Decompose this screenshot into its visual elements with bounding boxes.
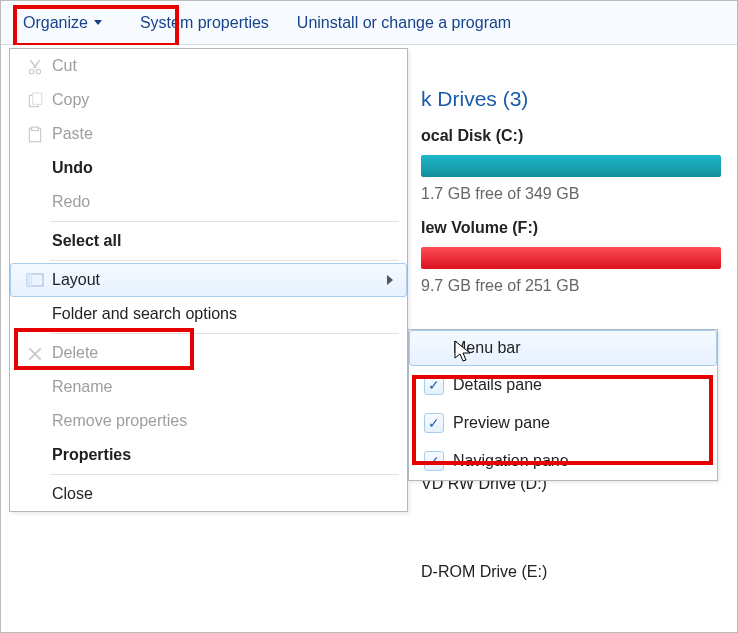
check-icon: ✓ [424, 451, 444, 471]
cut-icon [26, 58, 44, 74]
submenu-item-preview-pane[interactable]: ✓ Preview pane [409, 404, 717, 442]
menu-item-paste-label: Paste [52, 125, 397, 143]
menu-item-close-label: Close [52, 485, 397, 503]
drive-f[interactable]: lew Volume (F:) 9.7 GB free of 251 GB [421, 219, 737, 295]
menu-item-delete-label: Delete [52, 344, 397, 362]
menu-item-undo-label: Undo [52, 159, 397, 177]
drive-e[interactable]: D-ROM Drive (E:) [421, 563, 737, 581]
svg-point-1 [36, 69, 41, 74]
menu-item-paste[interactable]: Paste [10, 117, 407, 151]
delete-icon [26, 345, 44, 361]
menu-item-redo[interactable]: Redo [10, 185, 407, 219]
submenu-details-pane-label: Details pane [449, 376, 707, 394]
submenu-arrow-icon [387, 275, 393, 285]
menu-item-delete[interactable]: Delete [10, 336, 407, 370]
copy-icon [26, 92, 44, 108]
menu-item-folder-options[interactable]: Folder and search options [10, 297, 407, 331]
hard-disk-drives-header: k Drives (3) [421, 87, 737, 111]
paste-icon [26, 126, 44, 142]
organize-button-label: Organize [23, 14, 88, 32]
svg-rect-5 [32, 127, 39, 130]
layout-icon [26, 272, 44, 288]
uninstall-program-button[interactable]: Uninstall or change a program [283, 10, 525, 36]
menu-item-cut[interactable]: Cut [10, 49, 407, 83]
menu-separator [50, 333, 399, 334]
menu-item-folder-options-label: Folder and search options [52, 305, 397, 323]
submenu-item-details-pane[interactable]: ✓ Details pane [409, 366, 717, 404]
menu-separator [50, 260, 399, 261]
toolbar: Organize System properties Uninstall or … [1, 1, 737, 45]
menu-item-layout[interactable]: Layout [10, 263, 407, 297]
menu-separator [50, 474, 399, 475]
drive-c-free-text: 1.7 GB free of 349 GB [421, 185, 737, 203]
menu-item-remove-properties[interactable]: Remove properties [10, 404, 407, 438]
menu-item-rename-label: Rename [52, 378, 397, 396]
drive-c[interactable]: ocal Disk (C:) 1.7 GB free of 349 GB [421, 127, 737, 203]
drive-c-usage-bar [421, 155, 721, 177]
drive-f-free-text: 9.7 GB free of 251 GB [421, 277, 737, 295]
svg-point-0 [29, 69, 34, 74]
organize-menu: Cut Copy Paste Undo Redo Select all Layo… [9, 48, 408, 512]
menu-item-cut-label: Cut [52, 57, 397, 75]
drive-f-title: lew Volume (F:) [421, 219, 737, 237]
menu-item-undo[interactable]: Undo [10, 151, 407, 185]
menu-item-rename[interactable]: Rename [10, 370, 407, 404]
svg-rect-3 [33, 93, 42, 104]
organize-button[interactable]: Organize [9, 10, 116, 36]
layout-submenu: Menu bar ✓ Details pane ✓ Preview pane ✓… [408, 329, 718, 481]
menu-separator [50, 221, 399, 222]
menu-item-select-all[interactable]: Select all [10, 224, 407, 258]
menu-item-properties-label: Properties [52, 446, 397, 464]
submenu-navigation-pane-label: Navigation pane [449, 452, 707, 470]
menu-item-layout-label: Layout [52, 271, 387, 289]
menu-item-remove-properties-label: Remove properties [52, 412, 397, 430]
drive-c-title: ocal Disk (C:) [421, 127, 737, 145]
menu-item-close[interactable]: Close [10, 477, 407, 511]
submenu-item-menu-bar[interactable]: Menu bar [409, 330, 717, 366]
svg-rect-7 [27, 274, 32, 286]
submenu-menu-bar-label: Menu bar [449, 339, 707, 357]
check-icon: ✓ [424, 375, 444, 395]
menu-item-copy[interactable]: Copy [10, 83, 407, 117]
menu-item-select-all-label: Select all [52, 232, 397, 250]
menu-item-copy-label: Copy [52, 91, 397, 109]
drive-f-usage-bar [421, 247, 721, 269]
menu-item-redo-label: Redo [52, 193, 397, 211]
menu-item-properties[interactable]: Properties [10, 438, 407, 472]
submenu-item-navigation-pane[interactable]: ✓ Navigation pane [409, 442, 717, 480]
check-icon: ✓ [424, 413, 444, 433]
chevron-down-icon [94, 20, 102, 25]
system-properties-button[interactable]: System properties [126, 10, 283, 36]
submenu-preview-pane-label: Preview pane [449, 414, 707, 432]
